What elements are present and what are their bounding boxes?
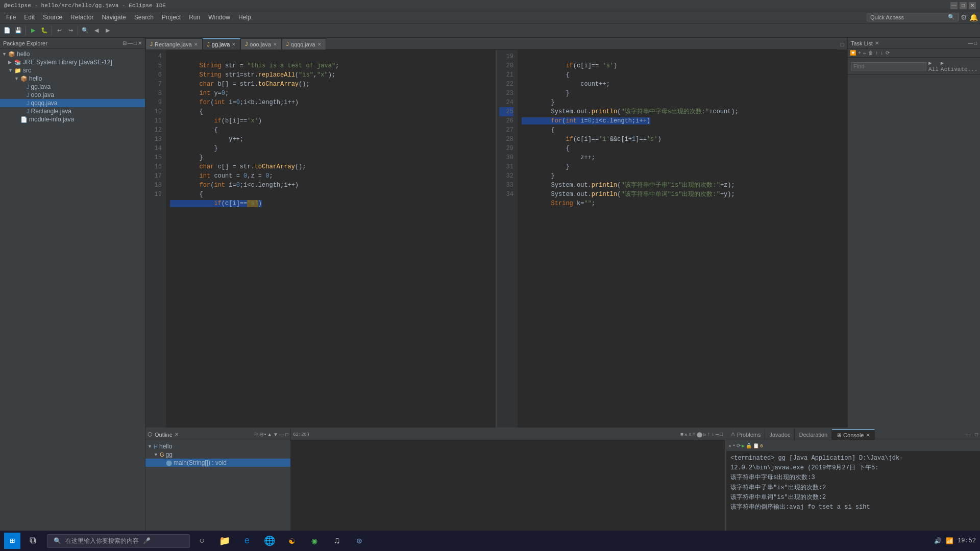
bottom-icon2[interactable]: ✕ bbox=[684, 432, 688, 438]
console-btn7[interactable]: ⊙ bbox=[760, 443, 763, 449]
notifications-icon[interactable]: 🔔 bbox=[969, 13, 978, 21]
close-qqqq-tab[interactable]: ✕ bbox=[317, 42, 322, 47]
center-bottom-content[interactable] bbox=[291, 440, 725, 540]
code-area-left[interactable]: 45678 910111213 1415161718 19 String str… bbox=[145, 50, 496, 428]
task-list-x-icon[interactable]: ✕ bbox=[875, 40, 879, 46]
run-button[interactable]: ▶ bbox=[28, 26, 38, 36]
close-button[interactable]: ✕ bbox=[969, 2, 976, 9]
search-button[interactable]: 🔍 bbox=[80, 26, 90, 36]
editor-maximize-btn[interactable]: □ bbox=[837, 39, 847, 49]
outline-icon5[interactable]: ▼ bbox=[273, 432, 278, 437]
console-minimize-icon[interactable]: — bbox=[964, 431, 973, 438]
bottom-icon1[interactable]: ■ bbox=[680, 432, 683, 438]
tree-item-module-info[interactable]: 📄 module-info.java bbox=[0, 115, 145, 123]
taskbar-ie[interactable]: 🌐 bbox=[259, 531, 280, 551]
outline-main[interactable]: ⬤ main(String[]) : void bbox=[145, 459, 290, 467]
tree-item-src[interactable]: ▼ 📁 src bbox=[0, 66, 145, 74]
console-btn3[interactable]: ⟳ bbox=[737, 443, 741, 449]
taskbar-music[interactable]: ♫ bbox=[327, 531, 347, 551]
console-btn1[interactable]: ✕ bbox=[728, 443, 731, 449]
tab-qqqq[interactable]: J qqqq.java ✕ bbox=[282, 38, 326, 49]
tab-problems[interactable]: ⚠Problems bbox=[726, 429, 765, 440]
bottom-icon9[interactable]: — bbox=[716, 432, 719, 438]
outline-gg[interactable]: ▼ G gg bbox=[145, 450, 290, 459]
taskbar-search[interactable]: 🔍 在这里输入你要搜索的内容 🎤 bbox=[47, 534, 190, 548]
maximize-button[interactable]: □ bbox=[960, 2, 967, 9]
taskbar-chrome[interactable]: ◉ bbox=[304, 531, 325, 551]
taskbar-task-view[interactable]: ⧉ bbox=[22, 531, 43, 551]
tray-sound[interactable]: 🔊 bbox=[934, 537, 942, 545]
tree-item-rectangle[interactable]: J Rectangle.java bbox=[0, 107, 145, 115]
menu-project[interactable]: Project bbox=[158, 13, 185, 22]
task-activate-link[interactable]: ▶ Activate... bbox=[941, 60, 978, 72]
menu-source[interactable]: Source bbox=[39, 13, 66, 22]
bottom-icon8[interactable]: ↓ bbox=[712, 432, 715, 438]
close-rectangle-tab[interactable]: ✕ bbox=[194, 42, 198, 47]
taskbar-edge[interactable]: e bbox=[237, 531, 257, 551]
task-maximize-icon[interactable]: □ bbox=[974, 40, 977, 46]
close-gg-tab[interactable]: ✕ bbox=[232, 42, 236, 47]
tree-item-qqqq[interactable]: J qqqq.java bbox=[0, 99, 145, 107]
tab-console[interactable]: 🖥Console ✕ bbox=[832, 429, 875, 440]
editor-pane-left[interactable]: 45678 910111213 1415161718 19 String str… bbox=[145, 50, 496, 428]
task-toolbar-icon2[interactable]: + bbox=[858, 51, 861, 56]
console-btn6[interactable]: 📋 bbox=[753, 443, 759, 449]
task-toolbar-icon3[interactable]: ✏ bbox=[863, 50, 866, 56]
bottom-icon6[interactable]: ▷ bbox=[703, 432, 706, 438]
bottom-icon3[interactable]: ☓ bbox=[689, 432, 692, 438]
console-btn2[interactable]: ▪ bbox=[732, 443, 736, 448]
settings-icon[interactable]: ⚙ bbox=[961, 13, 967, 21]
code-content-left[interactable]: String str = "this is a test of java"; S… bbox=[166, 50, 496, 428]
menu-navigate[interactable]: Navigate bbox=[97, 13, 130, 22]
tree-item-hello-root[interactable]: ▼ 📦 hello bbox=[0, 50, 145, 58]
redo-button[interactable]: ↪ bbox=[65, 26, 76, 36]
menu-window[interactable]: Window bbox=[204, 13, 234, 22]
task-find-input[interactable] bbox=[851, 62, 926, 70]
quick-access-input[interactable]: Quick Access 🔍 bbox=[867, 13, 959, 21]
bottom-icon4[interactable]: ≡ bbox=[693, 432, 696, 438]
task-toolbar-icon1[interactable]: 🔽 bbox=[850, 50, 856, 56]
tab-javadoc[interactable]: Javadoc bbox=[765, 429, 795, 440]
tree-item-ooo[interactable]: J ooo.java bbox=[0, 91, 145, 99]
bottom-icon10[interactable]: □ bbox=[720, 432, 723, 438]
navigate-back[interactable]: ◀ bbox=[91, 26, 102, 36]
menu-search[interactable]: Search bbox=[130, 13, 158, 22]
debug-button[interactable]: 🐛 bbox=[39, 26, 50, 36]
taskbar-cortana[interactable]: ○ bbox=[192, 531, 212, 551]
outline-icon7[interactable]: □ bbox=[285, 432, 288, 437]
outline-hello[interactable]: ▼ H hello bbox=[145, 442, 290, 450]
menu-run[interactable]: Run bbox=[185, 13, 204, 22]
close-ooo-tab[interactable]: ✕ bbox=[273, 42, 277, 47]
outline-icon3[interactable]: • bbox=[264, 432, 266, 437]
tab-ooo[interactable]: J ooo.java ✕ bbox=[240, 38, 282, 49]
outline-icon4[interactable]: ▲ bbox=[267, 432, 272, 437]
tab-declaration[interactable]: Declaration bbox=[795, 429, 832, 440]
tree-item-jre[interactable]: ▶ 📚 JRE System Library [JavaSE-12] bbox=[0, 58, 145, 66]
task-toolbar-icon5[interactable]: ↑ bbox=[875, 51, 878, 56]
code-area-right[interactable]: 1920212223 2425262728 2930313233 34 if(c… bbox=[497, 50, 847, 428]
close-panel-icon[interactable]: ✕ bbox=[138, 40, 142, 46]
collapse-all-icon[interactable]: ⊟ bbox=[122, 40, 127, 46]
console-btn4[interactable]: ▶ bbox=[742, 443, 745, 449]
task-toolbar-icon4[interactable]: 🗑 bbox=[868, 50, 873, 56]
tree-item-hello-sub[interactable]: ▼ 📦 hello bbox=[0, 74, 145, 83]
tab-gg[interactable]: J gg.java ✕ bbox=[203, 38, 240, 49]
tab-rectangle[interactable]: J Rectangle.java ✕ bbox=[145, 38, 203, 49]
minimize-button[interactable]: — bbox=[950, 2, 958, 9]
menu-edit[interactable]: Edit bbox=[20, 13, 39, 22]
outline-icon2[interactable]: ⊟ bbox=[259, 432, 263, 437]
taskbar-vpn[interactable]: ⊕ bbox=[349, 531, 370, 551]
code-content-right[interactable]: if(c[i]== 's') { count++; } } System.out… bbox=[518, 50, 847, 428]
menu-file[interactable]: File bbox=[2, 13, 20, 22]
menu-help[interactable]: Help bbox=[234, 13, 255, 22]
windows-start-button[interactable]: ⊞ bbox=[4, 533, 20, 549]
bottom-icon7[interactable]: ↑ bbox=[707, 432, 710, 438]
taskbar-explorer[interactable]: 📁 bbox=[214, 531, 235, 551]
tree-item-gg[interactable]: J gg.java bbox=[0, 83, 145, 91]
task-toolbar-icon6[interactable]: ↓ bbox=[880, 51, 884, 56]
new-button[interactable]: 📄 bbox=[2, 26, 12, 36]
minimize-panel-icon[interactable]: — bbox=[128, 40, 133, 46]
tray-network[interactable]: 📶 bbox=[946, 537, 953, 545]
task-toolbar-icon7[interactable]: ⟳ bbox=[886, 50, 890, 56]
bottom-icon5[interactable]: ⬤ bbox=[697, 432, 702, 438]
